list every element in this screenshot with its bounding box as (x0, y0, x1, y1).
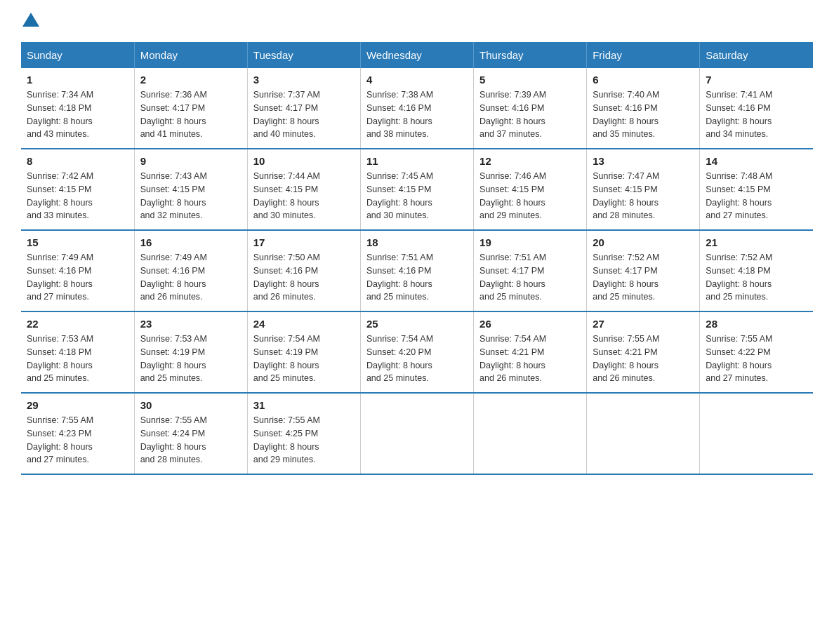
day-info: Sunrise: 7:49 AMSunset: 4:16 PMDaylight:… (140, 251, 241, 304)
day-info: Sunrise: 7:50 AMSunset: 4:16 PMDaylight:… (253, 251, 355, 304)
day-info: Sunrise: 7:55 AMSunset: 4:21 PMDaylight:… (593, 333, 694, 385)
calendar-cell: 6Sunrise: 7:40 AMSunset: 4:16 PMDaylight… (587, 68, 700, 149)
day-number: 1 (27, 74, 128, 86)
page-header (21, 14, 813, 28)
day-info: Sunrise: 7:54 AMSunset: 4:21 PMDaylight:… (479, 333, 581, 385)
logo-triangle-icon (22, 13, 39, 27)
day-number: 6 (593, 74, 694, 86)
day-number: 21 (706, 236, 807, 248)
week-row-1: 1Sunrise: 7:34 AMSunset: 4:18 PMDaylight… (21, 68, 813, 149)
day-number: 17 (253, 236, 355, 248)
day-number: 15 (27, 236, 128, 248)
calendar-cell: 2Sunrise: 7:36 AMSunset: 4:17 PMDaylight… (134, 68, 247, 149)
calendar-cell: 7Sunrise: 7:41 AMSunset: 4:16 PMDaylight… (700, 68, 813, 149)
calendar-cell: 10Sunrise: 7:44 AMSunset: 4:15 PMDayligh… (247, 149, 360, 230)
day-info: Sunrise: 7:51 AMSunset: 4:17 PMDaylight:… (479, 251, 581, 304)
calendar-cell (700, 393, 813, 474)
day-info: Sunrise: 7:53 AMSunset: 4:19 PMDaylight:… (140, 333, 241, 385)
day-number: 20 (593, 236, 694, 248)
day-number: 10 (253, 155, 355, 167)
day-number: 19 (479, 236, 581, 248)
calendar-cell: 28Sunrise: 7:55 AMSunset: 4:22 PMDayligh… (700, 311, 813, 393)
day-number: 29 (27, 399, 128, 411)
day-info: Sunrise: 7:52 AMSunset: 4:18 PMDaylight:… (706, 251, 807, 304)
day-info: Sunrise: 7:53 AMSunset: 4:18 PMDaylight:… (27, 333, 128, 385)
day-info: Sunrise: 7:41 AMSunset: 4:16 PMDaylight:… (706, 88, 807, 141)
calendar-cell: 1Sunrise: 7:34 AMSunset: 4:18 PMDaylight… (21, 68, 134, 149)
calendar-cell: 22Sunrise: 7:53 AMSunset: 4:18 PMDayligh… (21, 311, 134, 393)
day-number: 22 (27, 318, 128, 330)
day-info: Sunrise: 7:40 AMSunset: 4:16 PMDaylight:… (593, 88, 694, 141)
calendar-cell: 21Sunrise: 7:52 AMSunset: 4:18 PMDayligh… (700, 230, 813, 311)
day-number: 18 (366, 236, 468, 248)
week-row-3: 15Sunrise: 7:49 AMSunset: 4:16 PMDayligh… (21, 230, 813, 311)
day-info: Sunrise: 7:51 AMSunset: 4:16 PMDaylight:… (366, 251, 468, 304)
calendar-cell: 13Sunrise: 7:47 AMSunset: 4:15 PMDayligh… (587, 149, 700, 230)
day-header-thursday: Thursday (474, 42, 587, 68)
day-header-saturday: Saturday (700, 42, 813, 68)
day-number: 31 (253, 399, 355, 411)
day-info: Sunrise: 7:49 AMSunset: 4:16 PMDaylight:… (27, 251, 128, 304)
calendar-cell: 16Sunrise: 7:49 AMSunset: 4:16 PMDayligh… (134, 230, 247, 311)
day-info: Sunrise: 7:52 AMSunset: 4:17 PMDaylight:… (593, 251, 694, 304)
calendar-cell: 11Sunrise: 7:45 AMSunset: 4:15 PMDayligh… (360, 149, 473, 230)
calendar-cell: 27Sunrise: 7:55 AMSunset: 4:21 PMDayligh… (587, 311, 700, 393)
day-info: Sunrise: 7:54 AMSunset: 4:19 PMDaylight:… (253, 333, 355, 385)
day-number: 12 (479, 155, 581, 167)
day-info: Sunrise: 7:36 AMSunset: 4:17 PMDaylight:… (140, 88, 241, 141)
day-number: 27 (593, 318, 694, 330)
day-info: Sunrise: 7:39 AMSunset: 4:16 PMDaylight:… (479, 88, 581, 141)
day-info: Sunrise: 7:55 AMSunset: 4:24 PMDaylight:… (140, 414, 241, 467)
calendar-cell: 9Sunrise: 7:43 AMSunset: 4:15 PMDaylight… (134, 149, 247, 230)
week-row-5: 29Sunrise: 7:55 AMSunset: 4:23 PMDayligh… (21, 393, 813, 474)
day-info: Sunrise: 7:43 AMSunset: 4:15 PMDaylight:… (140, 170, 241, 222)
day-header-monday: Monday (134, 42, 247, 68)
calendar-cell (587, 393, 700, 474)
day-info: Sunrise: 7:45 AMSunset: 4:15 PMDaylight:… (366, 170, 468, 222)
day-number: 30 (140, 399, 241, 411)
calendar-cell: 24Sunrise: 7:54 AMSunset: 4:19 PMDayligh… (247, 311, 360, 393)
calendar-cell: 18Sunrise: 7:51 AMSunset: 4:16 PMDayligh… (360, 230, 473, 311)
day-number: 23 (140, 318, 241, 330)
day-number: 7 (706, 74, 807, 86)
day-header-friday: Friday (587, 42, 700, 68)
calendar-cell: 23Sunrise: 7:53 AMSunset: 4:19 PMDayligh… (134, 311, 247, 393)
day-number: 11 (366, 155, 468, 167)
day-number: 4 (366, 74, 468, 86)
day-info: Sunrise: 7:34 AMSunset: 4:18 PMDaylight:… (27, 88, 128, 141)
day-info: Sunrise: 7:48 AMSunset: 4:15 PMDaylight:… (706, 170, 807, 222)
calendar-cell (360, 393, 473, 474)
day-number: 3 (253, 74, 355, 86)
day-info: Sunrise: 7:47 AMSunset: 4:15 PMDaylight:… (593, 170, 694, 222)
day-info: Sunrise: 7:42 AMSunset: 4:15 PMDaylight:… (27, 170, 128, 222)
day-header-tuesday: Tuesday (247, 42, 360, 68)
day-number: 5 (479, 74, 581, 86)
day-number: 2 (140, 74, 241, 86)
day-info: Sunrise: 7:55 AMSunset: 4:25 PMDaylight:… (253, 414, 355, 467)
day-number: 13 (593, 155, 694, 167)
day-header-sunday: Sunday (21, 42, 134, 68)
day-number: 16 (140, 236, 241, 248)
calendar-cell: 15Sunrise: 7:49 AMSunset: 4:16 PMDayligh… (21, 230, 134, 311)
logo (21, 14, 41, 28)
calendar-table: SundayMondayTuesdayWednesdayThursdayFrid… (21, 42, 813, 475)
day-number: 14 (706, 155, 807, 167)
day-number: 26 (479, 318, 581, 330)
calendar-cell: 3Sunrise: 7:37 AMSunset: 4:17 PMDaylight… (247, 68, 360, 149)
calendar-cell: 25Sunrise: 7:54 AMSunset: 4:20 PMDayligh… (360, 311, 473, 393)
calendar-cell: 12Sunrise: 7:46 AMSunset: 4:15 PMDayligh… (474, 149, 587, 230)
calendar-cell: 8Sunrise: 7:42 AMSunset: 4:15 PMDaylight… (21, 149, 134, 230)
calendar-cell: 19Sunrise: 7:51 AMSunset: 4:17 PMDayligh… (474, 230, 587, 311)
day-number: 28 (706, 318, 807, 330)
calendar-cell (474, 393, 587, 474)
calendar-cell: 4Sunrise: 7:38 AMSunset: 4:16 PMDaylight… (360, 68, 473, 149)
week-row-2: 8Sunrise: 7:42 AMSunset: 4:15 PMDaylight… (21, 149, 813, 230)
day-info: Sunrise: 7:37 AMSunset: 4:17 PMDaylight:… (253, 88, 355, 141)
day-info: Sunrise: 7:46 AMSunset: 4:15 PMDaylight:… (479, 170, 581, 222)
day-number: 24 (253, 318, 355, 330)
week-row-4: 22Sunrise: 7:53 AMSunset: 4:18 PMDayligh… (21, 311, 813, 393)
calendar-cell: 31Sunrise: 7:55 AMSunset: 4:25 PMDayligh… (247, 393, 360, 474)
calendar-cell: 30Sunrise: 7:55 AMSunset: 4:24 PMDayligh… (134, 393, 247, 474)
day-number: 8 (27, 155, 128, 167)
day-number: 25 (366, 318, 468, 330)
